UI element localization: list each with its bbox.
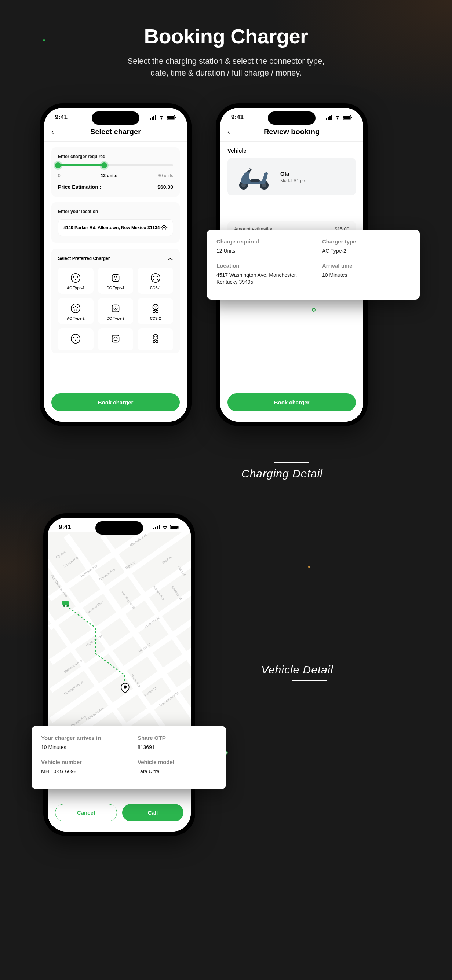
- charger-option[interactable]: AC Type-1: [58, 268, 94, 294]
- annotation-charging-detail: Charging Detail: [241, 468, 323, 480]
- annotation-vehicle-detail: Vehicle Detail: [261, 663, 333, 676]
- svg-point-21: [151, 274, 160, 282]
- battery-icon: [343, 115, 352, 119]
- slider-mid: 12 units: [101, 173, 117, 178]
- svg-point-47: [153, 335, 158, 339]
- price-label: Price Estimation :: [58, 184, 101, 190]
- charger-name: CCS-2: [141, 317, 170, 320]
- status-bar: 9:41: [44, 108, 187, 121]
- plug-icon: [110, 303, 121, 313]
- plug-icon: [70, 303, 81, 313]
- svg-point-43: [77, 337, 78, 339]
- svg-point-35: [153, 304, 158, 310]
- svg-rect-34: [115, 308, 116, 309]
- location-value: 4517 Washington Ave. Manchester, Kentuck…: [216, 272, 305, 286]
- plug-icon: [150, 273, 161, 283]
- charger-option[interactable]: [137, 328, 173, 350]
- vehicle-model: Model S1 pro: [280, 178, 307, 183]
- destination-pin-icon: [120, 682, 131, 694]
- svg-rect-66: [157, 526, 158, 530]
- cancel-button[interactable]: Cancel: [55, 804, 117, 821]
- svg-point-14: [73, 276, 75, 278]
- call-button[interactable]: Call: [122, 804, 184, 821]
- route-path: [62, 602, 143, 694]
- slider-max: 30 units: [158, 173, 173, 178]
- locate-icon[interactable]: [160, 224, 168, 231]
- svg-point-46: [114, 337, 117, 340]
- battery-icon: [166, 115, 176, 119]
- charge-required-label: Charge required: [216, 238, 305, 245]
- svg-point-23: [157, 276, 158, 277]
- svg-rect-69: [171, 526, 177, 529]
- charger-option[interactable]: DC Type-2: [98, 298, 134, 324]
- charger-name: DC Type-1: [101, 286, 131, 290]
- signal-icon: [326, 115, 332, 119]
- svg-point-44: [75, 340, 76, 341]
- svg-point-38: [155, 308, 156, 308]
- svg-point-30: [74, 309, 75, 310]
- charger-option[interactable]: [98, 328, 134, 350]
- svg-point-22: [153, 276, 154, 277]
- arrival-time-label: Arrival time: [322, 262, 410, 269]
- charger-option[interactable]: CCS-1: [137, 268, 173, 294]
- status-time: 9:41: [231, 114, 244, 121]
- price-value: $60.00: [157, 184, 173, 190]
- chevron-up-icon[interactable]: ︿: [168, 255, 173, 262]
- charger-option[interactable]: CCS-2: [137, 298, 173, 324]
- svg-point-8: [163, 227, 165, 228]
- svg-rect-45: [112, 336, 119, 342]
- otp-label: Share OTP: [137, 735, 216, 741]
- vehicle-brand: Ola: [280, 170, 307, 177]
- location-label: Location: [216, 262, 305, 269]
- vehicle-detail-popover: Your charger arrives in Share OTP 10 Min…: [32, 726, 226, 789]
- chargers-label: Select Preferred Charger: [58, 256, 110, 261]
- svg-rect-53: [327, 117, 329, 119]
- scooter-image: [233, 164, 274, 189]
- svg-point-18: [114, 277, 115, 278]
- svg-point-15: [77, 276, 78, 278]
- arrives-value: 10 Minutes: [41, 744, 120, 751]
- arrival-time-value: 10 Minutes: [322, 272, 410, 286]
- svg-rect-63: [250, 179, 260, 182]
- plug-icon: [70, 273, 81, 283]
- vehicle-number-label: Vehicle number: [41, 759, 120, 765]
- charger-name: AC Type-2: [61, 317, 91, 320]
- svg-rect-1: [152, 117, 153, 119]
- svg-point-51: [156, 340, 158, 343]
- book-charger-button[interactable]: Book charger: [51, 393, 180, 411]
- header-title: Review booking: [227, 127, 356, 136]
- svg-point-39: [153, 310, 156, 313]
- svg-point-29: [77, 307, 78, 308]
- svg-point-73: [67, 605, 69, 607]
- location-input[interactable]: 4140 Parker Rd. Allentown, New Mexico 31…: [58, 219, 173, 236]
- units-slider[interactable]: [58, 164, 173, 167]
- charger-option[interactable]: [58, 328, 94, 350]
- svg-point-28: [75, 306, 76, 307]
- svg-point-50: [153, 340, 155, 343]
- status-bar: 9:41: [220, 108, 363, 121]
- svg-point-40: [156, 310, 158, 313]
- svg-point-31: [77, 309, 78, 310]
- charger-option[interactable]: DC Type-1: [98, 268, 134, 294]
- svg-rect-17: [112, 275, 119, 282]
- svg-point-13: [71, 274, 80, 282]
- wifi-icon: [158, 115, 165, 119]
- svg-point-41: [71, 334, 80, 343]
- plug-icon: [110, 273, 121, 283]
- vehicle-card: Ola Model S1 pro: [227, 158, 356, 196]
- svg-point-36: [154, 306, 155, 307]
- origin-marker-icon: [61, 598, 72, 609]
- charging-detail-popover: Charge required Charger type 12 Units AC…: [207, 229, 420, 299]
- vehicle-model-label: Vehicle model: [137, 759, 216, 765]
- svg-rect-3: [155, 115, 156, 119]
- svg-rect-2: [153, 116, 155, 119]
- svg-rect-64: [153, 528, 155, 530]
- map-view[interactable]: Magnolia Ave Sip Ave Storms Ave Romaine …: [48, 532, 191, 760]
- location-label: Enter your location: [58, 209, 173, 214]
- charger-name: AC Type-1: [61, 286, 91, 290]
- wifi-icon: [335, 115, 340, 119]
- charger-option[interactable]: AC Type-2: [58, 298, 94, 324]
- svg-rect-67: [159, 525, 160, 530]
- svg-rect-65: [155, 527, 156, 530]
- svg-point-42: [73, 337, 75, 339]
